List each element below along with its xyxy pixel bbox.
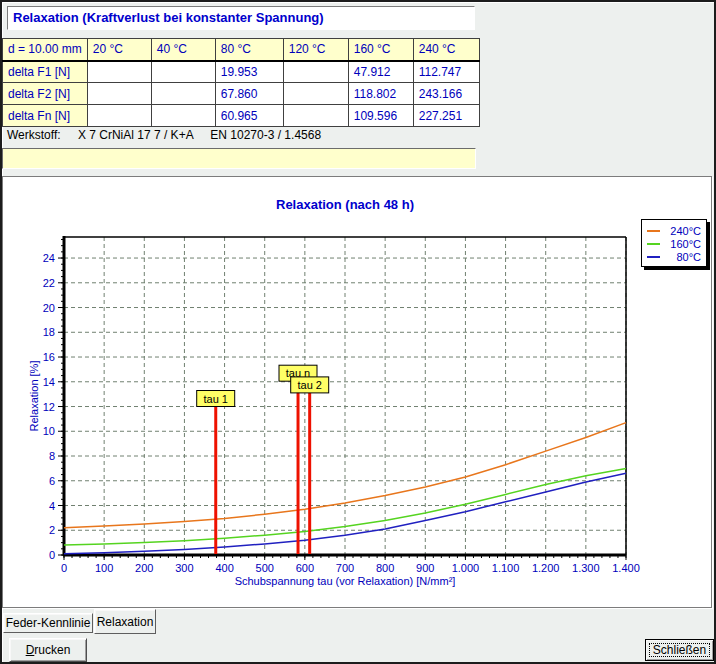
legend-line-swatch <box>647 256 660 258</box>
table-cell <box>283 105 348 127</box>
table-cell: 67.860 <box>215 83 283 105</box>
legend-item: 80°C <box>647 250 701 263</box>
table-row: delta F2 [N] 67.860 118.802 243.166 <box>3 83 480 105</box>
svg-text:0: 0 <box>61 562 67 574</box>
tab-relaxation[interactable]: Relaxation <box>94 609 156 634</box>
table-cell <box>87 83 151 105</box>
table-header-row: d = 10.00 mm 20 °C 40 °C 80 °C 120 °C 16… <box>3 39 480 61</box>
table-row: delta F1 [N] 19.953 47.912 112.747 <box>3 61 480 83</box>
svg-text:tau 1: tau 1 <box>203 393 227 405</box>
temp-header-cell: 160 °C <box>348 39 413 61</box>
svg-text:2: 2 <box>49 524 55 536</box>
temp-header-cell: 40 °C <box>151 39 215 61</box>
svg-text:300: 300 <box>175 562 193 574</box>
temp-header-cell: 80 °C <box>215 39 283 61</box>
table-cell <box>151 105 215 127</box>
svg-text:800: 800 <box>376 562 394 574</box>
svg-text:100: 100 <box>95 562 113 574</box>
svg-text:14: 14 <box>43 376 55 388</box>
svg-text:900: 900 <box>416 562 434 574</box>
material-line: Werkstoff: X 7 CrNiAl 17 7 / K+A EN 1027… <box>7 128 321 142</box>
svg-text:500: 500 <box>256 562 274 574</box>
temp-header-cell: 20 °C <box>87 39 151 61</box>
drucken-button[interactable]: Drucken <box>9 638 87 662</box>
svg-text:16: 16 <box>43 351 55 363</box>
svg-text:1.000: 1.000 <box>452 562 480 574</box>
table-cell <box>151 61 215 83</box>
svg-text:8: 8 <box>49 450 55 462</box>
row-label: delta F2 [N] <box>3 83 88 105</box>
force-loss-table: d = 10.00 mm 20 °C 40 °C 80 °C 120 °C 16… <box>2 38 480 127</box>
table-cell <box>283 83 348 105</box>
legend-line-swatch <box>647 230 660 232</box>
svg-text:200: 200 <box>135 562 153 574</box>
table-cell: 60.965 <box>215 105 283 127</box>
svg-text:12: 12 <box>43 401 55 413</box>
chart-panel: 01002003004005006007008009001.0001.1001.… <box>2 176 712 608</box>
table-cell: 109.596 <box>348 105 413 127</box>
tab-feder-kennlinie[interactable]: Feder-Kennlinie <box>3 613 93 633</box>
table-cell: 112.747 <box>413 61 479 83</box>
table-cell <box>151 83 215 105</box>
table-cell: 47.912 <box>348 61 413 83</box>
svg-text:1.200: 1.200 <box>532 562 560 574</box>
legend-line-swatch <box>647 243 660 245</box>
svg-text:20: 20 <box>43 302 55 314</box>
legend-label: 160°C <box>660 238 701 250</box>
temp-header-cell: 240 °C <box>413 39 479 61</box>
svg-text:4: 4 <box>49 500 55 512</box>
relaxation-window: Relaxation (Kraftverlust bei konstanter … <box>0 0 716 664</box>
svg-text:6: 6 <box>49 475 55 487</box>
svg-text:tau 2: tau 2 <box>297 379 321 391</box>
table-cell <box>87 61 151 83</box>
material-label: Werkstoff: <box>7 128 61 142</box>
svg-text:1.300: 1.300 <box>572 562 600 574</box>
x-axis-label: Schubspannung tau (vor Relaxation) [N/mm… <box>145 575 545 587</box>
schliessen-button[interactable]: Schließen <box>645 639 714 661</box>
table-cell <box>283 61 348 83</box>
diameter-header-cell: d = 10.00 mm <box>3 39 88 61</box>
temp-header-cell: 120 °C <box>283 39 348 61</box>
table-row: delta Fn [N] 60.965 109.596 227.251 <box>3 105 480 127</box>
page-title: Relaxation (Kraftverlust bei konstanter … <box>7 6 475 30</box>
svg-text:24: 24 <box>43 252 55 264</box>
table-cell: 243.166 <box>413 83 479 105</box>
svg-text:0: 0 <box>49 549 55 561</box>
tab-label: Relaxation <box>97 615 154 629</box>
legend-item: 240°C <box>647 224 701 237</box>
svg-text:1.400: 1.400 <box>612 562 640 574</box>
svg-text:10: 10 <box>43 425 55 437</box>
svg-text:1.100: 1.100 <box>492 562 520 574</box>
svg-text:18: 18 <box>43 326 55 338</box>
chart-title: Relaxation (nach 48 h) <box>145 197 545 212</box>
tab-label: Feder-Kennlinie <box>6 616 91 630</box>
material-norm: EN 10270-3 / 1.4568 <box>210 128 321 142</box>
legend-item: 160°C <box>647 237 701 250</box>
y-axis-label: Relaxation [%] <box>28 316 42 476</box>
legend-label: 80°C <box>660 251 701 263</box>
chart-legend: 240°C 160°C 80°C <box>641 219 707 267</box>
svg-text:700: 700 <box>336 562 354 574</box>
table-cell <box>87 105 151 127</box>
material-note-field[interactable] <box>2 148 476 169</box>
svg-text:400: 400 <box>215 562 233 574</box>
table-cell: 227.251 <box>413 105 479 127</box>
material-name: X 7 CrNiAl 17 7 / K+A <box>78 128 193 142</box>
row-label: delta Fn [N] <box>3 105 88 127</box>
svg-text:22: 22 <box>43 277 55 289</box>
legend-label: 240°C <box>660 225 701 237</box>
svg-text:600: 600 <box>296 562 314 574</box>
relaxation-chart: 01002003004005006007008009001.0001.1001.… <box>3 177 713 607</box>
table-cell: 118.802 <box>348 83 413 105</box>
row-label: delta F1 [N] <box>3 61 88 83</box>
table-cell: 19.953 <box>215 61 283 83</box>
